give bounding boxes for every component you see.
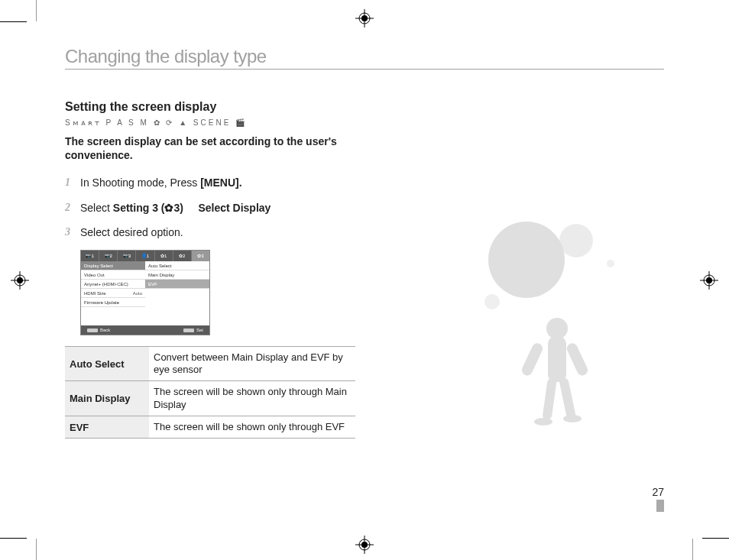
svg-point-27 [563, 415, 582, 422]
option-name: Main Display [65, 381, 149, 416]
svg-rect-24 [542, 377, 557, 420]
intro-text: The screen display can be set according … [65, 134, 355, 162]
step-text: Select Setting 3 (✿3) Select Display [80, 201, 271, 215]
crop-mark [692, 539, 693, 560]
registration-mark-icon [700, 271, 718, 290]
svg-point-16 [488, 222, 565, 298]
table-row: EVF The screen will be shown only throug… [65, 416, 355, 439]
svg-point-20 [546, 318, 568, 339]
options-table: Auto Select Convert between Main Display… [65, 346, 355, 439]
svg-point-26 [534, 418, 552, 426]
page-number: 27 [652, 486, 664, 512]
menu-right-pane: Auto Select Main Display EVF [145, 261, 209, 325]
menu-footer: Back Set [81, 325, 209, 335]
menu-body: Display Select Video Out Anynet+ (HDMI-C… [81, 261, 209, 325]
registration-mark-icon [355, 9, 374, 28]
menu-item: Video Out [81, 270, 145, 280]
option-name: EVF [65, 416, 149, 438]
menu-tab-row: 📷1 📷2 📷3 👤1 ✿1 ✿2 ✿3 [81, 251, 209, 261]
step-number: 2 [65, 201, 74, 215]
step-text: In Shooting mode, Press [MENU]. [80, 176, 242, 189]
menu-item-selected: Display Select [81, 261, 145, 270]
table-row: Auto Select Convert between Main Display… [65, 347, 355, 382]
svg-rect-21 [548, 336, 566, 382]
page-title: Changing the display type [65, 46, 664, 70]
step-number: 3 [65, 225, 74, 239]
menu-tab: 📷1 [81, 251, 99, 261]
svg-point-19 [484, 294, 500, 309]
menu-tab-active: ✿3 [192, 251, 209, 261]
mode-icons-row: Sᴍᴀʀᴛ P A S M ✿ ⟳ ▲ SCENE 🎬 [65, 118, 355, 127]
menu-tab: 📷3 [118, 251, 136, 261]
option-desc: The screen will be shown only through Ma… [149, 381, 355, 416]
menu-option-selected: EVF [145, 280, 209, 289]
footer-set: Set [183, 328, 203, 332]
option-desc: Convert between Main Display and EVF by … [149, 347, 355, 381]
menu-tab: ✿2 [173, 251, 192, 261]
step-2: 2 Select Setting 3 (✿3) Select Display [65, 201, 355, 215]
svg-rect-23 [565, 342, 590, 377]
menu-tab: 📷2 [99, 251, 118, 261]
page-content: Changing the display type Setting the sc… [65, 46, 664, 518]
menu-option: Main Display [145, 270, 209, 280]
footer-back: Back [87, 328, 110, 332]
registration-mark-icon [11, 271, 29, 290]
svg-point-18 [607, 260, 614, 267]
option-desc: The screen will be shown only through EV… [149, 416, 355, 438]
left-column: Setting the screen display Sᴍᴀʀᴛ P A S M… [65, 100, 355, 439]
svg-rect-25 [559, 377, 576, 420]
menu-item: Anynet+ (HDMI-CEC) [81, 280, 145, 289]
decorative-figure-icon [458, 214, 641, 443]
crop-mark [702, 538, 729, 539]
menu-blank [81, 307, 145, 325]
menu-left-pane: Display Select Video Out Anynet+ (HDMI-C… [81, 261, 145, 325]
step-number: 1 [65, 176, 74, 189]
menu-option: Auto Select [145, 261, 209, 270]
menu-blank [145, 289, 209, 325]
section-heading: Setting the screen display [65, 100, 355, 114]
page-number-bar [656, 500, 664, 512]
menu-screenshot: 📷1 📷2 📷3 👤1 ✿1 ✿2 ✿3 Display Select Vide… [80, 250, 210, 335]
crop-mark [0, 538, 27, 539]
step-1: 1 In Shooting mode, Press [MENU]. [65, 176, 355, 189]
menu-tab: ✿1 [155, 251, 173, 261]
crop-mark [36, 0, 37, 21]
menu-item: Firmware Update [81, 298, 145, 307]
menu-item: HDMI SizeAuto [81, 289, 145, 298]
menu-tab: 👤1 [136, 251, 154, 261]
crop-mark [0, 21, 27, 22]
step-3: 3 Select desired option. [65, 225, 355, 239]
step-text: Select desired option. [80, 225, 183, 239]
registration-mark-icon [355, 536, 374, 554]
option-name: Auto Select [65, 347, 149, 381]
svg-rect-22 [520, 342, 545, 377]
table-row: Main Display The screen will be shown on… [65, 381, 355, 416]
crop-mark [36, 539, 37, 560]
svg-point-17 [559, 224, 593, 257]
